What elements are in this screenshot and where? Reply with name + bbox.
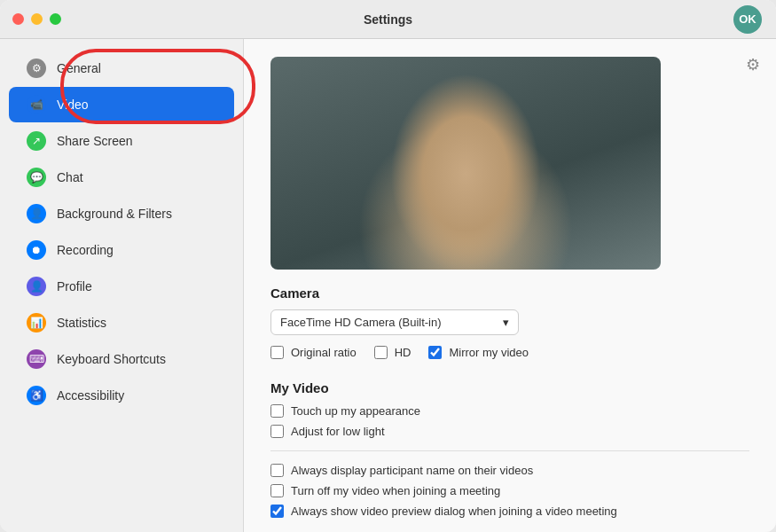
sidebar-item-background-filters[interactable]: 👤 Background & Filters [9, 196, 234, 231]
touch-up-checkbox-row[interactable]: Touch up my appearance [270, 404, 749, 418]
sidebar-item-share-screen[interactable]: ↗ Share Screen [9, 123, 234, 159]
hd-label: HD [395, 346, 412, 359]
display-name-label: Always display participant name on their… [291, 464, 533, 477]
display-name-checkbox[interactable] [270, 464, 284, 477]
show-preview-checkbox-row[interactable]: Always show video preview dialog when jo… [270, 505, 749, 518]
turn-off-video-label: Turn off my video when joining a meeting [291, 484, 500, 497]
hd-checkbox[interactable] [374, 346, 388, 359]
sidebar-item-keyboard-shortcuts[interactable]: ⌨ Keyboard Shortcuts [9, 341, 234, 377]
minimize-button[interactable] [31, 13, 43, 25]
sidebar-item-label: Keyboard Shortcuts [57, 352, 166, 366]
camera-section-label: Camera [270, 286, 749, 301]
sidebar: ⚙ General 📹 Video ↗ Share Screen 💬 Chat … [0, 39, 244, 532]
mirror-video-checkbox[interactable] [428, 346, 442, 359]
turn-off-video-checkbox-row[interactable]: Turn off my video when joining a meeting [270, 484, 749, 497]
video-icon: 📹 [27, 95, 46, 114]
original-ratio-label: Original ratio [291, 346, 357, 359]
sidebar-item-label: Background & Filters [57, 207, 172, 221]
sidebar-item-general[interactable]: ⚙ General [9, 51, 234, 86]
sidebar-item-chat[interactable]: 💬 Chat [9, 160, 234, 195]
share-screen-icon: ↗ [27, 131, 46, 151]
mirror-video-checkbox-row[interactable]: Mirror my video [428, 346, 529, 359]
my-video-label: My Video [270, 380, 749, 395]
accessibility-icon: ♿ [27, 386, 46, 405]
main-panel: ⚙ Camera FaceTime HD Camera (Built-in) ▾… [244, 39, 776, 532]
statistics-icon: 📊 [27, 313, 46, 332]
window-title: Settings [364, 12, 412, 27]
touch-up-checkbox[interactable] [270, 404, 284, 418]
sidebar-item-label: General [57, 61, 101, 75]
general-icon: ⚙ [27, 59, 46, 78]
titlebar: Settings OK [0, 0, 776, 39]
content-area: ⚙ General 📹 Video ↗ Share Screen 💬 Chat … [0, 39, 776, 532]
sidebar-item-label-video: Video [57, 98, 89, 112]
low-light-checkbox-row[interactable]: Adjust for low light [270, 425, 749, 438]
sidebar-item-label: Statistics [57, 316, 106, 330]
chat-icon: 💬 [27, 168, 46, 187]
touch-up-label: Touch up my appearance [291, 404, 420, 418]
sidebar-item-label: Profile [57, 279, 92, 293]
original-ratio-checkbox-row[interactable]: Original ratio [270, 346, 357, 359]
sidebar-item-label: Recording [57, 243, 114, 257]
sidebar-item-label: Share Screen [57, 134, 133, 148]
my-video-section: My Video Touch up my appearance Adjust f… [270, 380, 749, 438]
sidebar-item-video[interactable]: 📹 Video [9, 87, 234, 122]
camera-select-value: FaceTime HD Camera (Built-in) [280, 316, 442, 329]
low-light-checkbox[interactable] [270, 425, 284, 438]
sidebar-item-statistics[interactable]: 📊 Statistics [9, 305, 234, 340]
low-light-label: Adjust for low light [291, 425, 385, 438]
background-filters-icon: 👤 [27, 204, 46, 223]
camera-select-dropdown[interactable]: FaceTime HD Camera (Built-in) ▾ [270, 309, 519, 335]
turn-off-video-checkbox[interactable] [270, 484, 284, 497]
hd-checkbox-row[interactable]: HD [374, 346, 412, 359]
mirror-video-label: Mirror my video [449, 346, 529, 359]
traffic-lights [12, 13, 61, 25]
sidebar-item-label: Accessibility [57, 388, 124, 403]
camera-preview-face [270, 57, 661, 270]
divider [270, 450, 749, 451]
video-options-row: Original ratio HD Mirror my video [270, 346, 749, 366]
sidebar-item-label: Chat [57, 170, 83, 184]
gear-icon[interactable]: ⚙ [746, 55, 760, 74]
profile-icon: 👤 [27, 277, 46, 296]
maximize-button[interactable] [50, 13, 61, 25]
original-ratio-checkbox[interactable] [270, 346, 284, 359]
sidebar-item-recording[interactable]: ⏺ Recording [9, 232, 234, 268]
close-button[interactable] [12, 13, 24, 25]
settings-window: Settings OK ⚙ General 📹 Video ↗ Share Sc… [0, 0, 776, 532]
camera-preview [270, 57, 661, 270]
avatar[interactable]: OK [733, 5, 762, 34]
display-name-checkbox-row[interactable]: Always display participant name on their… [270, 464, 749, 477]
show-preview-label: Always show video preview dialog when jo… [291, 505, 617, 518]
chevron-down-icon: ▾ [503, 316, 509, 329]
show-preview-checkbox[interactable] [270, 505, 284, 518]
keyboard-shortcuts-icon: ⌨ [27, 349, 46, 369]
sidebar-item-accessibility[interactable]: ♿ Accessibility [9, 378, 234, 413]
sidebar-item-profile[interactable]: 👤 Profile [9, 269, 234, 304]
recording-icon: ⏺ [27, 240, 46, 260]
